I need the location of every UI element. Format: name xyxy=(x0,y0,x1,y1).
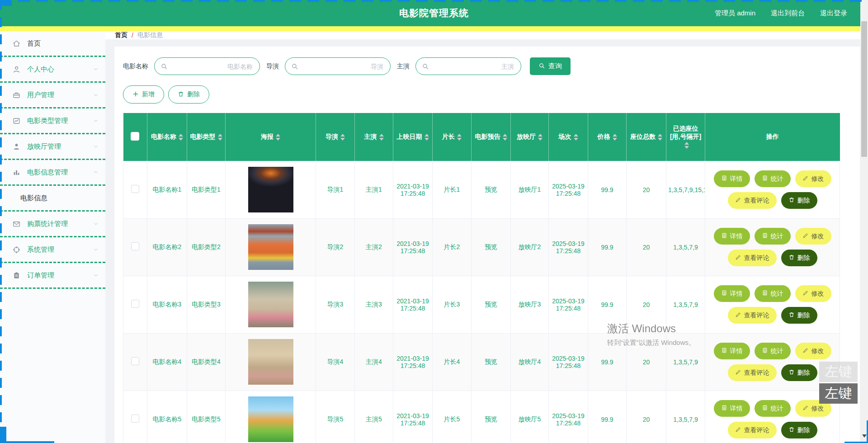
comments-button[interactable]: 查看评论 xyxy=(728,364,777,381)
select-all-checkbox[interactable] xyxy=(131,132,139,141)
sidebar-item-5[interactable]: 放映厅管理 xyxy=(0,134,105,160)
scrollbar-down-arrow-icon[interactable] xyxy=(862,434,867,438)
edit-button[interactable]: 修改 xyxy=(795,228,831,245)
delete-button[interactable]: 删除 xyxy=(781,422,817,438)
preview-link[interactable]: 预览 xyxy=(485,243,497,250)
sort-caret-icon[interactable] xyxy=(538,134,542,141)
compass-icon xyxy=(12,245,21,254)
preview-link[interactable]: 预览 xyxy=(485,415,497,423)
preview-link[interactable]: 预览 xyxy=(485,358,497,365)
sidebar-item-1[interactable]: 首页 xyxy=(0,31,105,57)
column-header-type[interactable]: 电影类型 xyxy=(187,113,226,161)
trash-icon xyxy=(178,91,184,99)
sidebar-item-9[interactable]: 订单管理 xyxy=(0,263,105,289)
logout-link[interactable]: 退出登录 xyxy=(820,9,847,18)
comments-button[interactable]: 查看评论 xyxy=(728,192,777,209)
column-header-name[interactable]: 电影名称 xyxy=(147,113,187,161)
sidebar-item-4[interactable]: 电影类型管理 xyxy=(0,108,105,134)
stats-button[interactable]: 统计 xyxy=(755,343,791,359)
sidebar-item-label: 购票统计管理 xyxy=(27,220,93,228)
sidebar-item-3[interactable]: 用户管理 xyxy=(0,83,105,108)
row-checkbox[interactable] xyxy=(131,242,139,250)
delete-button[interactable]: 删除 xyxy=(781,364,817,381)
cell-session: 2025-03-19 17:25:48 xyxy=(549,333,588,391)
comments-button[interactable]: 查看评论 xyxy=(728,250,777,266)
sort-caret-icon[interactable] xyxy=(684,142,689,149)
row-checkbox[interactable] xyxy=(131,300,139,308)
detail-button[interactable]: 详情 xyxy=(714,170,750,187)
sort-caret-icon[interactable] xyxy=(658,134,662,141)
pencil-icon xyxy=(735,197,741,204)
column-header-session[interactable]: 场次 xyxy=(549,113,588,161)
delete-selected-button[interactable]: 删除 xyxy=(168,85,209,104)
breadcrumb-home-link[interactable]: 首页 xyxy=(115,31,127,39)
sort-caret-icon[interactable] xyxy=(574,134,578,141)
movies-table: 电影名称电影类型海报导演主演上映日期片长电影预告放映厅场次价格座位总数已选座位[… xyxy=(123,113,840,443)
stats-button[interactable]: 统计 xyxy=(755,228,791,245)
comments-button[interactable]: 查看评论 xyxy=(728,422,777,438)
row-checkbox[interactable] xyxy=(131,357,139,365)
column-header-seats_total[interactable]: 座位总数 xyxy=(627,113,666,161)
detail-button[interactable]: 详情 xyxy=(714,285,750,302)
sort-caret-icon[interactable] xyxy=(425,134,429,141)
cell-session: 2025-03-19 17:25:48 xyxy=(549,161,588,218)
sidebar-subitem-电影信息[interactable]: 电影信息 xyxy=(0,186,105,212)
column-header-poster[interactable]: 海报 xyxy=(226,113,316,161)
detail-button[interactable]: 详情 xyxy=(714,228,750,245)
row-actions: 详情统计修改查看评论删除 xyxy=(707,400,838,438)
exit-to-front-link[interactable]: 退出到前台 xyxy=(771,9,805,18)
stats-button[interactable]: 统计 xyxy=(755,170,791,187)
sidebar-item-6[interactable]: 电影信息管理 xyxy=(0,160,105,186)
edit-button[interactable]: 修改 xyxy=(795,343,831,359)
sort-caret-icon[interactable] xyxy=(179,134,183,141)
column-header-price[interactable]: 价格 xyxy=(588,113,627,161)
cell-preview: 预览 xyxy=(472,161,511,218)
sort-caret-icon[interactable] xyxy=(457,134,462,141)
delete-button[interactable]: 删除 xyxy=(781,307,817,324)
sort-caret-icon[interactable] xyxy=(503,134,507,141)
stats-button[interactable]: 统计 xyxy=(755,285,791,302)
column-header-seats_selected[interactable]: 已选座位[用,号隔开] xyxy=(666,113,705,161)
vertical-scrollbar[interactable] xyxy=(860,0,868,443)
row-checkbox[interactable] xyxy=(131,415,139,423)
column-header-duration[interactable]: 片长 xyxy=(433,113,472,161)
query-button[interactable]: 查询 xyxy=(530,57,571,75)
sort-caret-icon[interactable] xyxy=(379,134,384,141)
cell-director: 导演3 xyxy=(316,276,355,333)
sidebar-item-8[interactable]: 系统管理 xyxy=(0,237,105,263)
detail-button[interactable]: 详情 xyxy=(714,400,750,417)
column-label: 放映厅 xyxy=(517,133,536,140)
document-icon xyxy=(721,232,727,240)
stats-button[interactable]: 统计 xyxy=(755,400,791,417)
column-header-hall[interactable]: 放映厅 xyxy=(511,113,549,161)
delete-button[interactable]: 删除 xyxy=(781,192,817,209)
detail-button[interactable]: 详情 xyxy=(714,343,750,359)
sort-caret-icon[interactable] xyxy=(613,134,617,141)
search-input-field[interactable] xyxy=(298,63,383,70)
column-header-star[interactable]: 主演 xyxy=(355,113,393,161)
column-header-director[interactable]: 导演 xyxy=(316,113,355,161)
search-input-1[interactable] xyxy=(154,57,260,75)
sort-caret-icon[interactable] xyxy=(340,134,345,141)
sidebar-item-7[interactable]: 购票统计管理 xyxy=(0,212,105,237)
add-button[interactable]: 新增 xyxy=(123,85,164,104)
row-checkbox[interactable] xyxy=(131,185,139,193)
search-input-2[interactable] xyxy=(285,57,391,75)
preview-link[interactable]: 预览 xyxy=(485,301,497,308)
search-input-3[interactable] xyxy=(415,57,521,75)
document-icon xyxy=(762,175,768,183)
comments-button[interactable]: 查看评论 xyxy=(728,307,777,324)
left-click-annotation: 左键 xyxy=(819,383,858,404)
sort-caret-icon[interactable] xyxy=(276,134,280,141)
column-header-release[interactable]: 上映日期 xyxy=(393,113,433,161)
edit-button[interactable]: 修改 xyxy=(795,170,831,187)
scrollbar-thumb[interactable] xyxy=(861,21,867,157)
edit-button[interactable]: 修改 xyxy=(795,285,831,302)
delete-button[interactable]: 删除 xyxy=(781,250,817,266)
preview-link[interactable]: 预览 xyxy=(485,186,497,193)
column-header-preview[interactable]: 电影预告 xyxy=(472,113,511,161)
sidebar-item-2[interactable]: 个人中心 xyxy=(0,57,105,83)
search-input-field[interactable] xyxy=(429,63,514,70)
search-input-field[interactable] xyxy=(168,63,253,70)
sort-caret-icon[interactable] xyxy=(218,134,222,141)
